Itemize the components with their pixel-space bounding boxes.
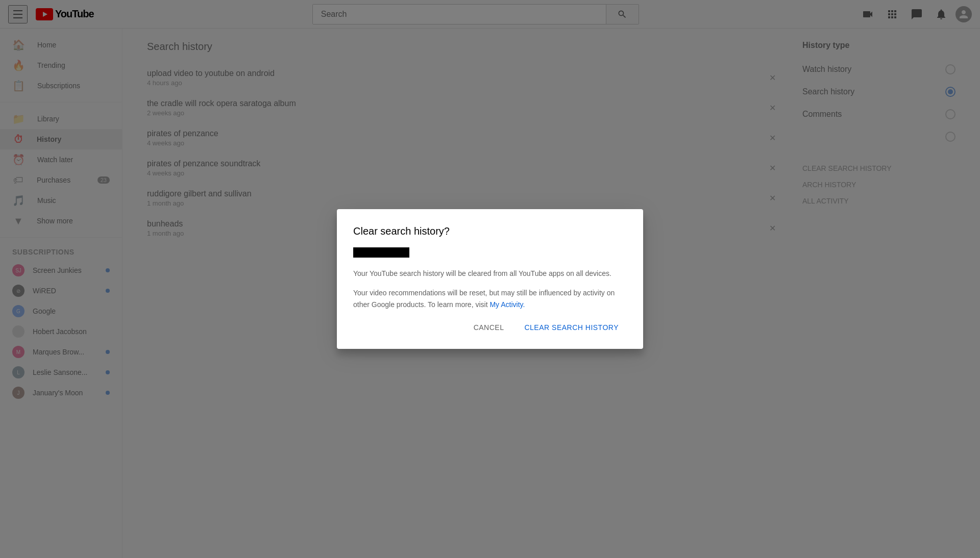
my-activity-link[interactable]: My Activity.: [489, 300, 525, 309]
dialog-actions: CANCEL CLEAR SEARCH HISTORY: [353, 318, 627, 337]
dialog-title: Clear search history?: [353, 225, 627, 237]
dialog-text-1: Your YouTube search history will be clea…: [353, 268, 627, 279]
dialog-redacted-email: [353, 247, 409, 258]
dialog-text-2: Your video recommendations will be reset…: [353, 287, 627, 310]
clear-history-button[interactable]: CLEAR SEARCH HISTORY: [516, 318, 627, 337]
cancel-button[interactable]: CANCEL: [465, 318, 512, 337]
modal-overlay: Clear search history? Your YouTube searc…: [0, 0, 980, 558]
clear-history-dialog: Clear search history? Your YouTube searc…: [337, 209, 643, 349]
